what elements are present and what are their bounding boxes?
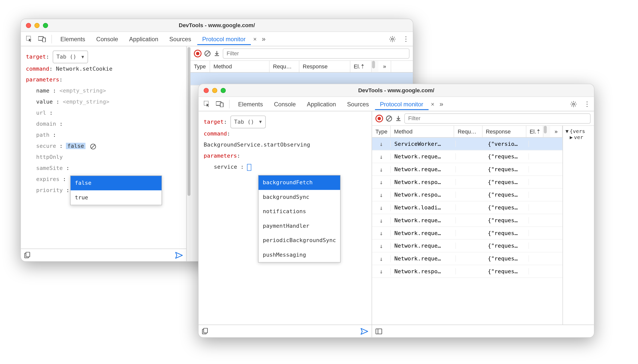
device-toolbar-icon[interactable] bbox=[36, 33, 48, 45]
tab-application[interactable]: Application bbox=[124, 33, 163, 45]
col-request[interactable]: Requ… bbox=[269, 61, 299, 72]
col-elapsed[interactable]: El.⇡ bbox=[350, 61, 372, 72]
inspect-element-icon[interactable] bbox=[201, 98, 213, 110]
tab-console[interactable]: Console bbox=[91, 33, 123, 45]
table-row[interactable]: ↓Network.reque…{"reques… bbox=[372, 150, 563, 163]
more-tabs-icon[interactable]: » bbox=[259, 35, 267, 42]
filter-input[interactable] bbox=[404, 113, 590, 123]
kebab-menu-icon[interactable]: ⋮ bbox=[402, 35, 410, 43]
col-type[interactable]: Type bbox=[190, 61, 210, 72]
close-tab-icon[interactable]: × bbox=[429, 101, 436, 107]
command-value[interactable]: Network.setCookie bbox=[56, 65, 112, 72]
popup-option[interactable]: pushMessaging bbox=[259, 248, 340, 262]
command-editor: target: Tab () ▼ command: Network.setCoo… bbox=[21, 46, 186, 248]
tab-sources[interactable]: Sources bbox=[164, 33, 196, 45]
table-row[interactable]: ↓ServiceWorker…{"versio… bbox=[372, 138, 563, 151]
param-domain[interactable]: domain bbox=[36, 121, 56, 127]
col-method[interactable]: Method bbox=[210, 61, 270, 72]
param-expires[interactable]: expires bbox=[36, 176, 60, 182]
table-row[interactable]: ↓Network.reque…{"reques… bbox=[372, 252, 563, 265]
close-tab-icon[interactable]: × bbox=[252, 35, 258, 42]
tab-console[interactable]: Console bbox=[269, 98, 301, 110]
param-path[interactable]: path bbox=[36, 132, 50, 138]
send-icon[interactable] bbox=[361, 328, 368, 335]
target-select[interactable]: Tab () ▼ bbox=[230, 116, 265, 128]
inspect-element-icon[interactable] bbox=[23, 33, 35, 45]
col-type[interactable]: Type bbox=[372, 126, 391, 137]
tab-elements[interactable]: Elements bbox=[233, 98, 268, 110]
send-icon[interactable] bbox=[175, 252, 183, 258]
col-response[interactable]: Response bbox=[482, 126, 526, 137]
popup-option[interactable]: notifications bbox=[259, 204, 340, 219]
table-row[interactable]: ↓Network.respo…{"reques… bbox=[372, 265, 563, 278]
param-value[interactable]: value bbox=[36, 99, 53, 105]
popup-option-true[interactable]: true bbox=[71, 190, 162, 205]
popup-option[interactable]: paymentHandler bbox=[259, 219, 340, 233]
table-row[interactable]: ↓Network.reque…{"reques… bbox=[372, 227, 563, 240]
copy-icon[interactable] bbox=[24, 252, 30, 258]
boolean-popup[interactable]: false true bbox=[70, 175, 162, 205]
download-icon[interactable] bbox=[213, 50, 220, 57]
param-service-input[interactable] bbox=[247, 164, 251, 170]
col-elapsed[interactable]: El.⇡ bbox=[526, 126, 543, 137]
more-cols-icon[interactable]: » bbox=[550, 126, 563, 137]
devtools-window-2: DevTools - www.google.com/ Elements Cons… bbox=[198, 84, 594, 338]
settings-gear-icon[interactable] bbox=[570, 101, 582, 107]
kebab-menu-icon[interactable]: ⋮ bbox=[583, 100, 591, 108]
col-response[interactable]: Response bbox=[299, 61, 350, 72]
table-row[interactable]: ↓Network.respo…{"reques… bbox=[372, 189, 563, 201]
tree-row[interactable]: ▶ver bbox=[566, 134, 591, 140]
param-url[interactable]: url bbox=[36, 110, 46, 116]
param-httponly[interactable]: httpOnly bbox=[36, 154, 63, 160]
more-tabs-icon[interactable]: » bbox=[437, 100, 445, 108]
device-toolbar-icon[interactable] bbox=[214, 98, 226, 110]
table-row[interactable]: ↓Network.loadi…{"reques… bbox=[372, 201, 563, 214]
more-cols-icon[interactable]: » bbox=[378, 61, 391, 72]
table-row[interactable]: ↓Network.reque…{"reques… bbox=[372, 163, 563, 176]
popup-option-false[interactable]: false bbox=[71, 176, 162, 190]
param-name[interactable]: name bbox=[36, 87, 50, 94]
command-value[interactable]: BackgroundService.startObserving bbox=[204, 139, 367, 150]
settings-gear-icon[interactable] bbox=[389, 35, 401, 42]
col-method[interactable]: Method bbox=[391, 126, 454, 137]
right-footer bbox=[372, 325, 594, 337]
cell-method: Network.respo… bbox=[391, 192, 456, 198]
cell-method: Network.loadi… bbox=[391, 204, 456, 211]
popup-option[interactable]: backgroundFetch bbox=[259, 175, 340, 190]
svg-rect-13 bbox=[220, 103, 223, 107]
col-request[interactable]: Requ… bbox=[454, 126, 483, 137]
arrow-down-icon: ↓ bbox=[379, 230, 383, 236]
clear-value-icon[interactable] bbox=[90, 143, 96, 149]
param-priority[interactable]: priority bbox=[36, 187, 63, 193]
popup-option[interactable]: periodicBackgroundSync bbox=[259, 233, 340, 248]
table-row[interactable]: ↓Network.respo…{"reques… bbox=[372, 176, 563, 189]
param-secure[interactable]: secure bbox=[36, 143, 56, 149]
tab-protocol-monitor[interactable]: Protocol monitor bbox=[197, 33, 251, 45]
download-icon[interactable] bbox=[395, 115, 402, 122]
tab-application[interactable]: Application bbox=[302, 98, 341, 110]
clear-icon[interactable] bbox=[386, 115, 392, 122]
tab-elements[interactable]: Elements bbox=[55, 33, 90, 45]
param-secure-value[interactable]: false bbox=[66, 143, 85, 149]
parameters-label: parameters bbox=[204, 153, 237, 159]
tree-row[interactable]: ▼{vers bbox=[566, 128, 591, 134]
parameters-label: parameters bbox=[26, 76, 59, 83]
tab-protocol-monitor[interactable]: Protocol monitor bbox=[375, 98, 428, 110]
target-select[interactable]: Tab () ▼ bbox=[53, 51, 88, 63]
filter-input[interactable] bbox=[223, 48, 410, 59]
table-row[interactable]: ↓Network.reque…{"reques… bbox=[372, 240, 563, 252]
popup-option[interactable]: backgroundSync bbox=[259, 190, 340, 204]
param-service[interactable]: service bbox=[214, 164, 237, 170]
tab-sources[interactable]: Sources bbox=[342, 98, 374, 110]
toggle-panel-icon[interactable] bbox=[375, 328, 382, 334]
cell-method: Network.reque… bbox=[391, 255, 456, 262]
target-value: Tab () bbox=[234, 116, 254, 127]
record-icon[interactable] bbox=[375, 114, 383, 122]
copy-icon[interactable] bbox=[202, 328, 208, 334]
table-row[interactable]: ↓Network.reque…{"reques… bbox=[372, 214, 563, 227]
clear-icon[interactable] bbox=[204, 50, 211, 57]
svg-rect-7 bbox=[26, 252, 30, 257]
service-popup[interactable]: backgroundFetch backgroundSync notificat… bbox=[258, 175, 341, 262]
param-samesite[interactable]: sameSite bbox=[36, 165, 63, 171]
record-icon[interactable] bbox=[194, 50, 202, 57]
